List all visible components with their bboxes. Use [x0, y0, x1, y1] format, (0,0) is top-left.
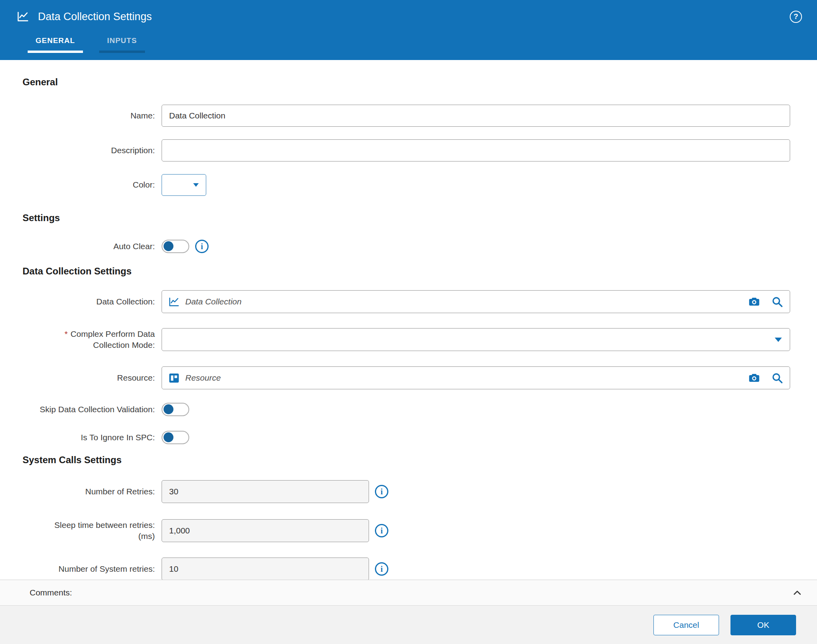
toggle-knob	[164, 241, 173, 251]
form-row-sleep-time: Sleep time between retries: (ms) i	[0, 519, 817, 542]
chevron-up-icon[interactable]	[792, 587, 803, 598]
form-row-number-of-retries: Number of Retries: i	[0, 480, 817, 503]
tab-inputs[interactable]: INPUTS	[99, 36, 145, 53]
resource-value: Resource	[185, 373, 748, 383]
form-row-system-retries: Number of System retries: i	[0, 558, 817, 580]
dialog-footer: Cancel OK	[0, 606, 817, 644]
color-dropdown[interactable]	[162, 174, 206, 196]
form-row-auto-clear: Auto Clear: i	[0, 240, 817, 253]
form-row-description: Description:	[0, 139, 817, 161]
skip-validation-label: Skip Data Collection Validation:	[23, 404, 155, 415]
section-heading-system-calls: System Calls Settings	[23, 454, 817, 466]
ok-button[interactable]: OK	[730, 615, 796, 635]
line-chart-icon	[17, 10, 29, 23]
sleep-time-label: Sleep time between retries: (ms)	[23, 520, 155, 542]
resource-icon	[168, 372, 180, 384]
tab-bar: GENERAL INPUTS	[0, 36, 817, 60]
comments-label: Comments:	[30, 588, 792, 597]
dialog-body: General Name: Description: Color: Settin…	[0, 60, 817, 580]
ignore-spc-toggle[interactable]	[162, 431, 189, 444]
name-input[interactable]	[162, 105, 790, 127]
description-input[interactable]	[162, 139, 790, 161]
name-label: Name:	[23, 110, 155, 121]
data-collection-lookup-field[interactable]: Data Collection	[162, 290, 790, 313]
tab-general[interactable]: GENERAL	[28, 36, 83, 53]
toggle-knob	[164, 432, 173, 442]
dialog-header: Data Collection Settings ? GENERAL INPUT…	[0, 0, 817, 60]
system-retries-input[interactable]	[162, 558, 369, 580]
caret-down-icon	[193, 183, 199, 187]
header-title-row: Data Collection Settings ?	[0, 0, 817, 23]
data-collection-value: Data Collection	[185, 297, 748, 306]
data-collection-label: Data Collection:	[23, 296, 155, 307]
skip-validation-toggle[interactable]	[162, 403, 189, 416]
system-retries-label: Number of System retries:	[23, 563, 155, 575]
form-row-resource: Resource: Resource	[0, 366, 817, 389]
section-heading-settings: Settings	[23, 212, 817, 224]
info-icon[interactable]: i	[375, 562, 388, 576]
caret-down-icon	[775, 338, 782, 342]
form-row-color: Color:	[0, 174, 817, 196]
description-label: Description:	[23, 145, 155, 156]
form-row-skip-validation: Skip Data Collection Validation:	[0, 403, 817, 416]
dialog-title: Data Collection Settings	[38, 11, 790, 23]
search-icon[interactable]	[771, 295, 783, 308]
resource-label: Resource:	[23, 372, 155, 383]
help-icon[interactable]: ?	[790, 11, 802, 23]
info-icon[interactable]: i	[375, 524, 388, 537]
info-icon[interactable]: i	[195, 240, 209, 253]
camera-icon[interactable]	[748, 295, 761, 308]
section-heading-data-collection-settings: Data Collection Settings	[23, 265, 817, 277]
line-chart-icon	[168, 296, 180, 308]
required-asterisk: *	[64, 329, 68, 338]
color-label: Color:	[23, 179, 155, 190]
search-icon[interactable]	[771, 372, 783, 384]
camera-icon[interactable]	[748, 372, 761, 384]
complex-mode-label: *Complex Perform Data Collection Mode:	[23, 329, 155, 351]
dialog-data-collection-settings: Data Collection Settings ? GENERAL INPUT…	[0, 0, 817, 644]
toggle-knob	[164, 404, 173, 414]
auto-clear-label: Auto Clear:	[23, 241, 155, 252]
info-icon[interactable]: i	[375, 485, 388, 498]
form-row-ignore-spc: Is To Ignore In SPC:	[0, 431, 817, 444]
retries-label: Number of Retries:	[23, 486, 155, 497]
auto-clear-toggle[interactable]	[162, 240, 189, 253]
cancel-button[interactable]: Cancel	[653, 615, 719, 635]
retries-input[interactable]	[162, 480, 369, 503]
resource-lookup-field[interactable]: Resource	[162, 366, 790, 389]
comments-bar[interactable]: Comments:	[0, 580, 817, 606]
form-row-complex-mode: *Complex Perform Data Collection Mode:	[0, 328, 817, 351]
form-row-data-collection: Data Collection: Data Collection	[0, 290, 817, 313]
ignore-spc-label: Is To Ignore In SPC:	[23, 432, 155, 443]
sleep-time-input[interactable]	[162, 519, 369, 542]
complex-mode-dropdown[interactable]	[162, 328, 790, 351]
section-heading-general: General	[23, 76, 817, 88]
form-row-name: Name:	[0, 105, 817, 127]
